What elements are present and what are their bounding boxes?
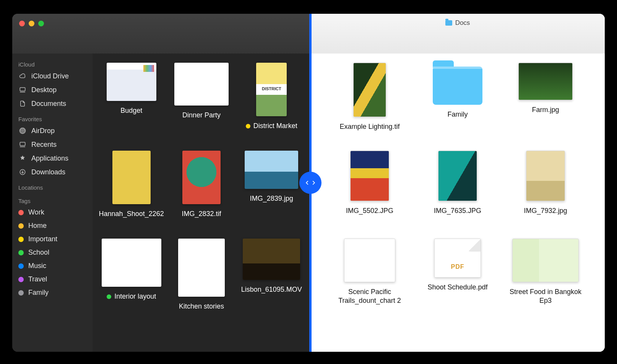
file-thumbnail (512, 239, 579, 282)
slider-handle[interactable] (299, 172, 321, 194)
cloud-icon (18, 72, 27, 80)
tag-dot-icon (18, 250, 24, 255)
sidebar-header-locations: Locations (12, 179, 93, 192)
file-thumbnail (434, 239, 481, 278)
sidebar-item-icloud-drive[interactable]: iCloud Drive (12, 69, 93, 83)
tag-dot-icon (18, 277, 24, 282)
svg-point-26 (21, 129, 25, 133)
sidebar-item-downloads[interactable]: Downloads (12, 165, 93, 179)
file-item[interactable]: Dinner Party (166, 63, 236, 147)
file-thumbnail (438, 151, 477, 201)
file-item[interactable]: Interior layout (96, 239, 166, 323)
file-item[interactable]: Hannah_Shoot_2262 (96, 151, 166, 235)
applications-icon (18, 154, 27, 162)
file-item[interactable]: District Market (237, 63, 307, 147)
tag-dot-icon (18, 210, 24, 215)
file-item[interactable]: Lisbon_61095.MOV (237, 239, 307, 323)
file-item[interactable]: Budget (96, 63, 166, 147)
sidebar-header-favorites: Favorites (12, 110, 93, 124)
downloads-icon (18, 168, 27, 176)
window-controls (19, 21, 44, 26)
sidebar: iCloud iCloud Drive Desktop Documents Fa… (12, 54, 93, 352)
tag-dot-icon (18, 223, 24, 229)
tag-dot-icon (18, 263, 24, 269)
folder-icon (445, 20, 452, 26)
desktop-icon (18, 86, 27, 94)
file-item[interactable]: Farm.jpg (502, 63, 589, 147)
tag-dot-icon (18, 237, 24, 242)
svg-rect-23 (20, 88, 25, 91)
file-item[interactable]: Scenic Pacific Trails_dount_chart 2 (326, 239, 414, 323)
sidebar-item-recents[interactable]: Recents (12, 138, 93, 151)
titlebar-light: Docs Search (310, 14, 605, 54)
svg-rect-28 (20, 142, 25, 146)
recents-icon (18, 140, 27, 149)
folder-icon (433, 67, 482, 105)
titlebar-dark: Docs (12, 14, 310, 54)
sidebar-tag-travel[interactable]: Travel (12, 273, 93, 286)
tag-dot-icon (18, 290, 24, 296)
sidebar-tag-school[interactable]: School (12, 246, 93, 259)
file-item[interactable]: Kitchen stories (166, 239, 236, 323)
file-thumbnail (178, 239, 225, 297)
sidebar-tag-important[interactable]: Important (12, 232, 93, 246)
file-thumbnail (174, 63, 229, 106)
window-title: Docs (455, 19, 470, 27)
folder-item[interactable]: Family (414, 63, 502, 147)
file-item[interactable]: Shoot Schedule.pdf (414, 239, 502, 323)
file-thumbnail (112, 151, 151, 204)
file-item[interactable]: IMG_2832.tif (166, 151, 236, 235)
file-item[interactable]: IMG_7635.JPG (414, 151, 502, 235)
sidebar-header-tags: Tags (12, 192, 93, 206)
sidebar-item-airdrop[interactable]: AirDrop (12, 124, 93, 138)
documents-icon (18, 99, 27, 108)
dark-mode-pane: Docs (12, 14, 310, 352)
file-thumbnail (107, 63, 156, 101)
file-item[interactable]: Example Lighting.tif (326, 63, 414, 147)
file-thumbnail (518, 63, 573, 100)
svg-point-25 (22, 130, 24, 132)
light-mode-pane: Docs Search Example Lighting.tif Family … (310, 14, 605, 352)
sidebar-tag-music[interactable]: Music (12, 259, 93, 273)
file-thumbnail (102, 239, 161, 287)
sidebar-item-applications[interactable]: Applications (12, 151, 93, 165)
comparison-divider[interactable] (309, 14, 312, 352)
icon-grid-dark: Budget Dinner Party District Market Hann… (93, 54, 310, 352)
sidebar-tag-home[interactable]: Home (12, 219, 93, 232)
tag-dot-icon (107, 294, 111, 299)
file-thumbnail (344, 239, 395, 282)
airdrop-icon (18, 127, 27, 135)
minimize-icon[interactable] (29, 21, 34, 26)
chevron-left-icon (305, 179, 310, 187)
file-thumbnail (245, 151, 298, 189)
sidebar-tag-family[interactable]: Family (12, 286, 93, 299)
file-thumbnail (526, 151, 565, 201)
zoom-icon[interactable] (38, 21, 44, 26)
sidebar-item-desktop[interactable]: Desktop (12, 83, 93, 97)
file-thumbnail (243, 239, 300, 280)
icon-grid-light: Example Lighting.tif Family Farm.jpg IMG… (310, 54, 605, 352)
file-item[interactable]: IMG_2839.jpg (237, 151, 307, 235)
file-thumbnail (256, 63, 287, 116)
tag-dot-icon (246, 124, 250, 128)
file-item[interactable]: Street Food in Bangkok Ep3 (502, 239, 589, 323)
file-thumbnail (350, 151, 389, 201)
close-icon[interactable] (19, 21, 25, 26)
file-thumbnail (182, 151, 221, 204)
chevron-right-icon (311, 179, 316, 187)
file-item[interactable]: IMG_5502.JPG (326, 151, 414, 235)
sidebar-header-icloud: iCloud (12, 56, 93, 69)
file-thumbnail (353, 63, 386, 117)
sidebar-tag-work[interactable]: Work (12, 206, 93, 219)
file-item[interactable]: IMG_7932.jpg (502, 151, 589, 235)
sidebar-item-documents[interactable]: Documents (12, 97, 93, 110)
